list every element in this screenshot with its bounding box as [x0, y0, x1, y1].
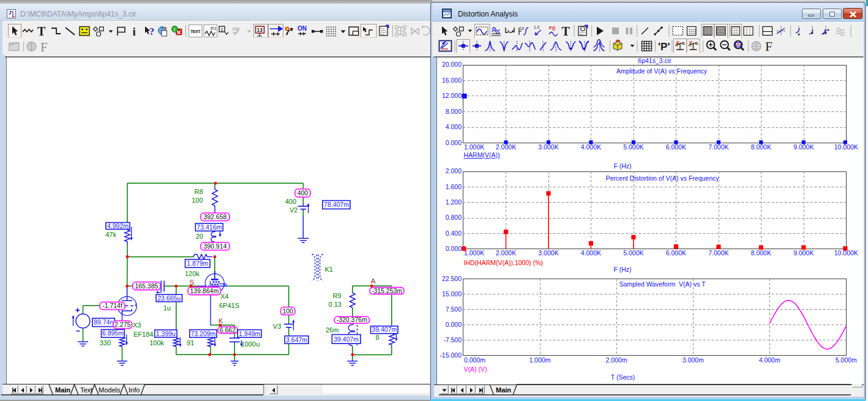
svg-text:F (Hz): F (Hz)	[613, 162, 631, 170]
svg-text:78.407m: 78.407m	[324, 201, 349, 208]
svg-text:-15.000: -15.000	[440, 351, 462, 359]
svg-text:T (Secs): T (Secs)	[611, 373, 635, 381]
svg-text:T: T	[562, 24, 571, 38]
svg-text:5.000K: 5.000K	[623, 249, 643, 257]
svg-text:73.209m: 73.209m	[190, 330, 215, 337]
svg-text:R9: R9	[332, 292, 341, 299]
svg-text:IHD(HARM(V(A)),1000) (%): IHD(HARM(V(A)),1000) (%)	[464, 259, 544, 266]
svg-text:20: 20	[196, 233, 203, 240]
svg-text:X3: X3	[133, 321, 141, 329]
svg-text:-7.500: -7.500	[443, 336, 462, 343]
svg-text:ON: ON	[297, 25, 307, 32]
svg-text:K1: K1	[325, 266, 333, 273]
svg-text:VIP: VIP	[232, 26, 241, 32]
svg-text:1: 1	[220, 27, 223, 32]
svg-text:22.500: 22.500	[442, 275, 462, 282]
svg-text:7.000K: 7.000K	[708, 249, 728, 257]
svg-text:100: 100	[192, 197, 203, 204]
svg-text:400: 400	[297, 189, 309, 197]
svg-text:Main: Main	[496, 386, 511, 394]
svg-text:6P41S: 6P41S	[219, 302, 239, 309]
svg-text:23.665u: 23.665u	[157, 294, 181, 302]
svg-text:V3: V3	[273, 323, 281, 330]
svg-text:26m: 26m	[326, 326, 339, 334]
svg-text:R8: R8	[194, 188, 203, 195]
svg-text:6.895m: 6.895m	[102, 329, 124, 337]
svg-text:47k: 47k	[105, 231, 116, 238]
svg-text:EF184: EF184	[133, 331, 153, 338]
svg-text:1.200: 1.200	[446, 198, 462, 206]
svg-text:-1.714f: -1.714f	[102, 302, 122, 309]
svg-text:A: A	[371, 277, 376, 285]
svg-text:39.407m: 39.407m	[372, 326, 397, 333]
svg-text:91: 91	[187, 339, 194, 347]
svg-text:0.800: 0.800	[446, 214, 462, 221]
svg-text:1000u: 1000u	[241, 340, 260, 348]
svg-text:100k: 100k	[149, 339, 164, 347]
svg-text:4.000m: 4.000m	[759, 356, 780, 364]
svg-text:1.000m: 1.000m	[529, 356, 551, 364]
svg-text:1.399u: 1.399u	[156, 330, 176, 337]
svg-text:1.600: 1.600	[446, 183, 462, 190]
svg-text:4.992m: 4.992m	[107, 222, 129, 230]
svg-text:3.000K: 3.000K	[538, 249, 558, 257]
svg-text:5.000m: 5.000m	[836, 356, 857, 364]
svg-text:8.000K: 8.000K	[751, 249, 771, 257]
svg-text:73.416m: 73.416m	[196, 223, 222, 231]
svg-text:F (Hz): F (Hz)	[613, 266, 631, 273]
svg-text:89.74n: 89.74n	[94, 318, 113, 326]
svg-text:39.407m: 39.407m	[334, 335, 359, 343]
svg-text:2.000K: 2.000K	[496, 249, 516, 257]
svg-text:15.000: 15.000	[442, 290, 462, 298]
svg-text:390.914: 390.914	[203, 242, 226, 250]
svg-text:0.13: 0.13	[329, 301, 342, 308]
svg-text:Info: Info	[129, 386, 140, 394]
svg-text:13: 13	[257, 27, 263, 33]
svg-text:16.000: 16.000	[442, 77, 462, 84]
svg-text:F: F	[40, 40, 48, 54]
svg-text:?: ?	[149, 26, 154, 37]
svg-text:S: S	[190, 279, 195, 286]
svg-text:100: 100	[282, 307, 293, 315]
svg-text:6.000K: 6.000K	[666, 249, 686, 257]
svg-text:i: i	[133, 25, 136, 38]
svg-text:139.864m: 139.864m	[190, 287, 219, 294]
svg-text:1.000K: 1.000K	[464, 249, 484, 257]
svg-text:V2: V2	[290, 206, 297, 214]
svg-text:TEXT: TEXT	[190, 29, 201, 34]
svg-text:3.000m: 3.000m	[683, 356, 704, 364]
svg-text:4.000K: 4.000K	[581, 249, 601, 257]
svg-text:330: 330	[100, 339, 111, 347]
svg-text:2.000: 2.000	[446, 167, 462, 174]
svg-text:Models: Models	[99, 386, 121, 394]
svg-text:10: 10	[520, 26, 525, 31]
svg-text:6.662: 6.662	[220, 326, 236, 334]
svg-text:392.658: 392.658	[203, 213, 226, 220]
svg-text:Amplitude of V(A) vs Frequency: Amplitude of V(A) vs Frequency	[616, 67, 708, 75]
svg-text:120k: 120k	[185, 270, 200, 277]
svg-text:7.500: 7.500	[446, 305, 462, 313]
svg-text:-315.253m: -315.253m	[372, 287, 402, 294]
svg-text:!: !	[174, 27, 176, 32]
svg-text:165.385: 165.385	[135, 282, 158, 290]
svg-text:X4: X4	[220, 293, 228, 300]
svg-text:6p41s_3.cir: 6p41s_3.cir	[638, 57, 672, 64]
svg-text:V(A) (V): V(A) (V)	[464, 365, 487, 373]
svg-text:Percent Distortion of V(A) vs: Percent Distortion of V(A) vs Frequency	[606, 174, 720, 182]
svg-text:1.0: 1.0	[534, 25, 539, 29]
svg-text:0.000: 0.000	[446, 139, 462, 146]
svg-text:T: T	[37, 24, 46, 38]
svg-text:3.647m: 3.647m	[286, 336, 307, 343]
svg-text:8: 8	[375, 334, 379, 341]
svg-text:0.400: 0.400	[446, 230, 462, 237]
svg-text:9.000K: 9.000K	[793, 249, 814, 257]
svg-text:2.275: 2.275	[114, 321, 130, 328]
svg-text:-320.376m: -320.376m	[337, 316, 367, 323]
svg-text:20.000: 20.000	[442, 61, 462, 68]
svg-text:0.000m: 0.000m	[464, 356, 485, 364]
svg-text:2.000m: 2.000m	[606, 356, 627, 364]
svg-text:8.000: 8.000	[446, 108, 462, 115]
svg-text:400: 400	[285, 198, 296, 205]
svg-text:1.000K: 1.000K	[464, 143, 484, 151]
svg-text:F(): F()	[549, 25, 556, 31]
